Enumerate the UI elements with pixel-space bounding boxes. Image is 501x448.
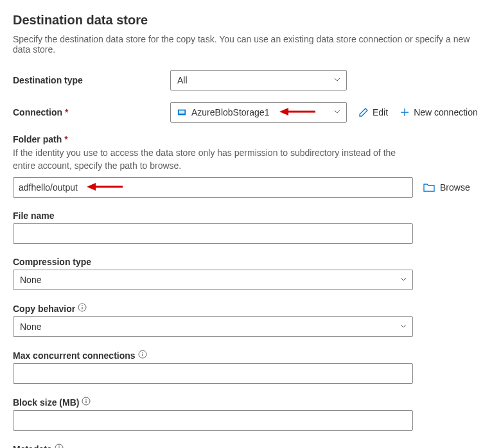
chevron-down-icon — [333, 75, 341, 85]
compression-type-select[interactable]: None — [13, 270, 413, 290]
svg-rect-12 — [142, 354, 143, 356]
label-folder-path: Folder path * — [13, 134, 488, 144]
browse-link[interactable]: Browse — [423, 182, 470, 193]
svg-rect-9 — [82, 307, 83, 309]
destination-type-select[interactable]: All — [170, 70, 347, 90]
blob-storage-icon — [177, 108, 186, 117]
label-copy-behavior: Copy behavior — [13, 303, 488, 314]
info-icon[interactable] — [82, 397, 91, 408]
label-compression-type: Compression type — [13, 257, 488, 267]
svg-point-8 — [82, 305, 83, 306]
svg-rect-1 — [179, 110, 185, 112]
edit-connection-link[interactable]: Edit — [358, 107, 388, 117]
svg-point-17 — [58, 445, 60, 447]
label-file-name: File name — [13, 211, 488, 221]
block-size-input[interactable] — [13, 410, 413, 431]
pencil-icon — [358, 107, 369, 117]
field-file-name: File name — [13, 211, 488, 244]
field-connection: Connection * AzureBlobStorage1 Edit — [13, 102, 488, 123]
label-destination-type: Destination type — [13, 75, 170, 85]
field-max-concurrent: Max concurrent connections — [13, 350, 488, 384]
field-copy-behavior: Copy behavior None — [13, 303, 488, 337]
info-icon[interactable] — [55, 444, 64, 448]
chevron-down-icon — [400, 322, 407, 332]
plus-icon — [400, 107, 410, 117]
label-metadata: Metadata — [13, 444, 488, 448]
folder-icon — [423, 182, 435, 193]
copy-behavior-select[interactable]: None — [13, 316, 413, 337]
max-concurrent-input[interactable] — [13, 363, 413, 384]
field-block-size: Block size (MB) — [13, 397, 488, 431]
field-folder-path: Folder path * If the identity you use to… — [13, 134, 488, 198]
info-icon[interactable] — [138, 350, 147, 361]
svg-rect-15 — [86, 401, 87, 403]
required-marker: * — [64, 134, 67, 144]
new-connection-link[interactable]: New connection — [400, 107, 478, 117]
svg-point-14 — [86, 399, 87, 400]
field-compression-type: Compression type None — [13, 257, 488, 290]
field-metadata: Metadata — [13, 444, 488, 448]
page-title: Destination data store — [13, 13, 488, 28]
label-max-concurrent: Max concurrent connections — [13, 350, 488, 361]
svg-point-11 — [142, 352, 143, 353]
info-icon[interactable] — [78, 303, 87, 314]
chevron-down-icon — [333, 107, 341, 117]
folder-path-input[interactable] — [13, 177, 413, 198]
chevron-down-icon — [400, 275, 407, 285]
help-folder-path: If the identity you use to access the da… — [13, 147, 411, 172]
svg-rect-2 — [179, 112, 185, 114]
field-destination-type: Destination type All — [13, 70, 488, 90]
label-block-size: Block size (MB) — [13, 397, 488, 408]
label-connection: Connection * — [13, 107, 170, 117]
connection-select[interactable]: AzureBlobStorage1 — [170, 102, 347, 123]
required-marker: * — [65, 107, 68, 117]
file-name-input[interactable] — [13, 223, 413, 244]
page-subtitle: Specify the destination data store for t… — [13, 34, 488, 55]
